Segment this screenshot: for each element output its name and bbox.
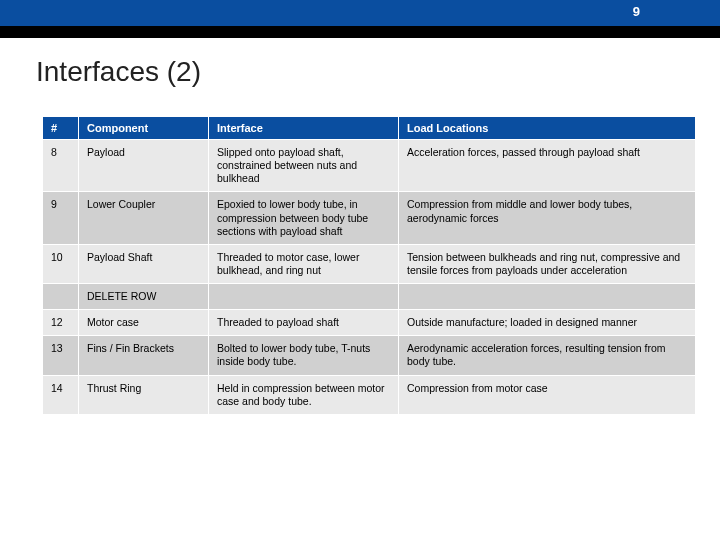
cell-component: Fins / Fin Brackets xyxy=(79,336,209,375)
cell-num: 12 xyxy=(43,310,79,336)
table-row: 8 Payload Slipped onto payload shaft, co… xyxy=(43,140,696,192)
cell-num: 10 xyxy=(43,244,79,283)
cell-load: Compression from middle and lower body t… xyxy=(399,192,696,244)
table-row: 10 Payload Shaft Threaded to motor case,… xyxy=(43,244,696,283)
cell-component: Motor case xyxy=(79,310,209,336)
cell-interface: Bolted to lower body tube, T-nuts inside… xyxy=(209,336,399,375)
table-row: 12 Motor case Threaded to payload shaft … xyxy=(43,310,696,336)
cell-num: 9 xyxy=(43,192,79,244)
cell-interface xyxy=(209,284,399,310)
cell-component: Thrust Ring xyxy=(79,375,209,414)
cell-component: Lower Coupler xyxy=(79,192,209,244)
slide: 9 Interfaces (2) # Component Interface L… xyxy=(0,0,720,540)
top-bar: 9 xyxy=(0,0,720,26)
black-band xyxy=(0,26,720,38)
slide-number: 9 xyxy=(633,4,640,19)
cell-interface: Slipped onto payload shaft, constrained … xyxy=(209,140,399,192)
cell-load: Compression from motor case xyxy=(399,375,696,414)
table-row: 14 Thrust Ring Held in compression betwe… xyxy=(43,375,696,414)
table-header-row: # Component Interface Load Locations xyxy=(43,117,696,140)
table-container: # Component Interface Load Locations 8 P… xyxy=(0,88,720,415)
col-header-component: Component xyxy=(79,117,209,140)
cell-component: Payload xyxy=(79,140,209,192)
col-header-load: Load Locations xyxy=(399,117,696,140)
cell-num: 13 xyxy=(43,336,79,375)
cell-num: 14 xyxy=(43,375,79,414)
cell-interface: Epoxied to lower body tube, in compressi… xyxy=(209,192,399,244)
cell-load: Acceleration forces, passed through payl… xyxy=(399,140,696,192)
cell-component: DELETE ROW xyxy=(79,284,209,310)
table-row: DELETE ROW xyxy=(43,284,696,310)
col-header-num: # xyxy=(43,117,79,140)
cell-load: Tension between bulkheads and ring nut, … xyxy=(399,244,696,283)
cell-component: Payload Shaft xyxy=(79,244,209,283)
cell-interface: Threaded to payload shaft xyxy=(209,310,399,336)
col-header-interface: Interface xyxy=(209,117,399,140)
cell-load: Aerodynamic acceleration forces, resulti… xyxy=(399,336,696,375)
cell-load: Outside manufacture; loaded in designed … xyxy=(399,310,696,336)
interfaces-table: # Component Interface Load Locations 8 P… xyxy=(42,116,696,415)
cell-num: 8 xyxy=(43,140,79,192)
table-row: 9 Lower Coupler Epoxied to lower body tu… xyxy=(43,192,696,244)
cell-interface: Threaded to motor case, lower bulkhead, … xyxy=(209,244,399,283)
table-row: 13 Fins / Fin Brackets Bolted to lower b… xyxy=(43,336,696,375)
cell-interface: Held in compression between motor case a… xyxy=(209,375,399,414)
page-title: Interfaces (2) xyxy=(0,38,720,88)
cell-num xyxy=(43,284,79,310)
cell-load xyxy=(399,284,696,310)
